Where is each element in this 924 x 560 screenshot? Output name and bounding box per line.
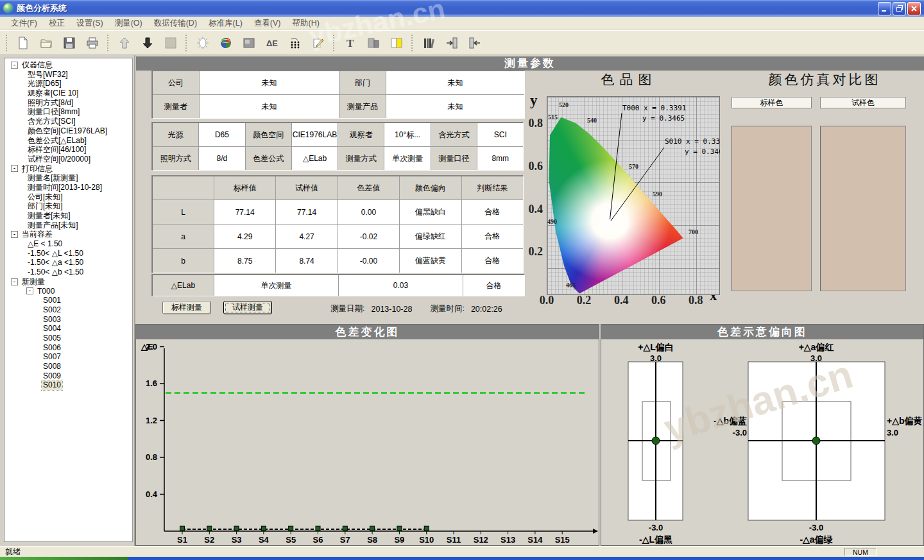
menu-item[interactable]: 校正 <box>43 17 71 30</box>
x-tick-label: 0.2 <box>574 294 594 307</box>
restore-button[interactable] <box>893 2 906 15</box>
tree-item--ELab-[interactable]: 色差公式[△ELab] <box>4 136 132 146</box>
tree-item-S008[interactable]: S008 <box>4 362 132 371</box>
tree-item-S003[interactable]: S003 <box>4 315 132 325</box>
menu-item[interactable]: 测量(O) <box>109 17 148 30</box>
toolbar-print-button[interactable] <box>81 33 103 53</box>
toolbar-lamp-button[interactable] <box>192 33 214 53</box>
tree-item-label: S006 <box>42 343 62 353</box>
toolbar-color-swatch-button[interactable] <box>386 33 407 53</box>
tree-item--[interactable]: -仪器信息 <box>4 60 132 70</box>
tree-item-S007[interactable]: S007 <box>4 352 132 362</box>
toolbar-edit-button[interactable] <box>307 33 329 53</box>
expand-collapse-icon[interactable]: - <box>11 278 18 285</box>
tree-item--[interactable]: 部门[未知] <box>4 201 132 211</box>
svg-text:1.2: 1.2 <box>146 416 157 425</box>
trial-color-label: 试样色 <box>820 97 906 108</box>
toolbar-open-file-button[interactable] <box>35 33 57 53</box>
menu-item[interactable]: 数据传输(D) <box>148 17 203 30</box>
tree-item-S006[interactable]: S006 <box>4 343 132 353</box>
toolbar-export-button[interactable] <box>441 33 463 53</box>
trial-measure-button[interactable]: 试样测量 <box>223 301 272 314</box>
export-icon <box>445 36 459 50</box>
tree-item--CIE1976LAB-[interactable]: 颜色空间[CIE1976LAB] <box>4 126 132 136</box>
toolbar-download-button[interactable] <box>137 33 158 53</box>
tree-item--[interactable]: -打印信息 <box>4 164 132 174</box>
tree-item--1-50-b-1-50[interactable]: -1.50< △b <1.50 <box>4 267 132 277</box>
tree-item-S005[interactable]: S005 <box>4 334 132 343</box>
field-value: 未知 <box>386 95 524 118</box>
delta-e-icon: ΔE <box>265 36 279 50</box>
toolbar-grip <box>107 35 110 51</box>
time-value: 20:02:26 <box>471 305 502 314</box>
status-text: 就绪 <box>0 547 21 557</box>
tree-item--E-1-50[interactable]: △E < 1.50 <box>4 239 132 249</box>
tree-item--[interactable]: -新测量 <box>4 277 132 287</box>
close-button[interactable] <box>907 2 921 15</box>
toolbar-text-button[interactable]: T <box>339 33 361 53</box>
toolbar-color-sphere-button[interactable] <box>215 33 237 53</box>
toolbar-library-button[interactable] <box>418 33 440 53</box>
tree-item--[interactable]: 公司[未知] <box>4 192 132 202</box>
tree-item-S002[interactable]: S002 <box>4 305 132 315</box>
expand-collapse-icon[interactable]: - <box>26 287 33 294</box>
toolbar-save-button[interactable] <box>58 33 80 53</box>
svg-text:540: 540 <box>587 117 597 124</box>
tree-item--SCI-[interactable]: 含光方式[SCI] <box>4 117 132 126</box>
tree-item--D65-[interactable]: 光源[D65] <box>4 79 132 89</box>
field-value: 未知 <box>386 71 524 94</box>
tree-item-S004[interactable]: S004 <box>4 324 132 334</box>
tree-item--WF32-[interactable]: 型号[WF32] <box>4 70 132 80</box>
toolbar-upload-button[interactable] <box>114 33 135 53</box>
tree-item-label: -1.50< △a <1.50 <box>26 258 85 267</box>
tree-item-S001[interactable]: S001 <box>4 296 132 305</box>
tree-item--0-20000-[interactable]: 试样空间[0/20000] <box>4 155 132 164</box>
table-cell: -0.02 <box>338 225 399 248</box>
svg-text:ΔE: ΔE <box>266 38 278 48</box>
expand-collapse-icon[interactable]: - <box>11 62 18 69</box>
start-button-edge[interactable] <box>0 557 128 560</box>
standard-measure-button[interactable]: 标样测量 <box>162 301 211 314</box>
expand-collapse-icon[interactable]: - <box>11 231 18 238</box>
field-label: 部门 <box>339 71 386 94</box>
result-table: 标样值试样值色差值颜色偏向判断结果L77.1477.140.00偏黑缺白合格a4… <box>152 176 524 273</box>
toolbar-keypad-button[interactable] <box>284 33 306 53</box>
toolbar-blocks-button[interactable] <box>363 33 384 53</box>
tree-item--46-100-[interactable]: 标样空间[46/100] <box>4 145 132 155</box>
toolbar-image-button[interactable] <box>238 33 260 53</box>
tree-item--[interactable]: 测量产品[未知] <box>4 221 132 230</box>
menu-item[interactable]: 文件(F) <box>5 17 43 30</box>
tree-item--2013-10-28-[interactable]: 测量时间[2013-10-28] <box>4 183 132 192</box>
edit-icon <box>311 36 325 50</box>
tree-item--1-50-a-1-50[interactable]: -1.50< △a <1.50 <box>4 258 132 267</box>
lamp-icon <box>196 36 210 50</box>
measure-datetime: 测量日期: 2013-10-28 测量时间: 20:02:26 <box>330 303 502 314</box>
tree-item--[interactable]: 测量名[新测量] <box>4 173 132 183</box>
minimize-button[interactable] <box>878 2 891 15</box>
tree-item-S009[interactable]: S009 <box>4 371 132 381</box>
trial-color-swatch <box>820 126 906 291</box>
tree-item-T000[interactable]: -T000 <box>4 287 132 296</box>
toolbar-new-file-button[interactable] <box>12 33 34 53</box>
menu-item[interactable]: 标准库(L) <box>203 17 248 30</box>
tree-item--1-50-L-1-50[interactable]: -1.50< △L <1.50 <box>4 249 132 259</box>
svg-text:3.0: 3.0 <box>810 353 822 363</box>
menu-item[interactable]: 查看(V) <box>248 17 287 30</box>
menu-item[interactable]: 设置(S) <box>71 17 109 30</box>
tree-item--CIE-10-[interactable]: 观察者[CIE 10] <box>4 89 132 98</box>
tree-item--8mm-[interactable]: 测量口径[8mm] <box>4 107 132 117</box>
toolbar-blank-button[interactable] <box>160 33 182 53</box>
toolbar-import-button[interactable] <box>464 33 486 53</box>
taskbar-edge <box>0 557 924 560</box>
expand-collapse-icon[interactable]: - <box>11 165 18 172</box>
field-label: 测量方式 <box>338 147 384 170</box>
svg-text:S12: S12 <box>474 535 488 545</box>
menu-item[interactable]: 帮助(H) <box>287 17 325 30</box>
tree-item-S010[interactable]: S010 <box>4 380 132 390</box>
application-window: 颜色分析系统 文件(F)校正设置(S)测量(O)数据传输(D)标准库(L)查看(… <box>0 0 924 560</box>
tree-item--[interactable]: 测量者[未知] <box>4 211 132 221</box>
app-icon <box>3 3 13 13</box>
tree-item--[interactable]: -当前容差 <box>4 230 132 239</box>
tree-item--8-d-[interactable]: 照明方式[8/d] <box>4 98 132 108</box>
toolbar-delta-e-button[interactable]: ΔE <box>261 33 283 53</box>
